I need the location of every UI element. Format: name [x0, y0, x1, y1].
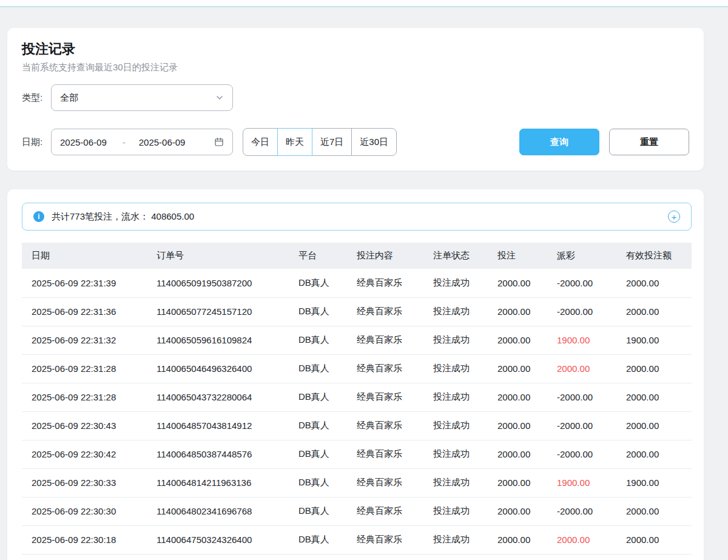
cell-date: 2025-06-09 22:31:28: [22, 354, 157, 383]
records-table-body: 2025-06-09 22:31:391140065091950387200DB…: [22, 269, 692, 554]
table-row: 2025-06-09 22:31:281140065043732280064DB…: [22, 383, 692, 411]
cell-order-no: 1140065091950387200: [157, 269, 298, 297]
quick-date-buttons: 今日昨天近7日近30日: [243, 128, 397, 156]
cell-order-no: 1140065043732280064: [157, 383, 298, 411]
cell-payout: 1900.00: [557, 326, 626, 354]
cell-platform: DB真人: [298, 440, 357, 468]
page-title: 投注记录: [22, 40, 689, 58]
cell-platform: DB真人: [298, 383, 357, 411]
cell-platform: DB真人: [298, 525, 357, 554]
quick-button-0[interactable]: 今日: [243, 128, 278, 156]
cell-payout: 2000.00: [557, 525, 626, 554]
type-label: 类型:: [22, 92, 51, 104]
column-header-0: 日期: [22, 243, 157, 269]
cell-bet-content: 经典百家乐: [357, 269, 433, 297]
cell-valid-bet: 2000.00: [626, 525, 692, 554]
summary-banner: i 共计773笔投注，流水： 408605.00 +: [22, 203, 692, 231]
cell-payout: -2000.00: [557, 269, 626, 297]
quick-button-2[interactable]: 近7日: [312, 128, 352, 156]
cell-bet-amount: 2000.00: [497, 354, 557, 383]
table-row: 2025-06-09 22:31:281140065046496326400DB…: [22, 354, 692, 383]
cell-payout: -2000.00: [557, 297, 626, 326]
cell-order-no: 1140065046496326400: [157, 354, 298, 383]
column-header-7: 有效投注额: [626, 243, 692, 269]
table-row: 2025-06-09 22:30:301140064802341696768DB…: [22, 497, 692, 525]
cell-order-no: 1140064814211963136: [157, 468, 298, 497]
cell-bet-amount: 2000.00: [497, 411, 557, 440]
cell-platform: DB真人: [298, 354, 357, 383]
quick-button-3[interactable]: 近30日: [351, 128, 397, 156]
cell-valid-bet: 1900.00: [626, 326, 692, 354]
cell-status: 投注成功: [433, 383, 497, 411]
cell-bet-amount: 2000.00: [497, 383, 557, 411]
search-button[interactable]: 查询: [519, 129, 599, 155]
cell-platform: DB真人: [298, 411, 357, 440]
info-icon: i: [33, 211, 44, 222]
cell-status: 投注成功: [433, 440, 497, 468]
cell-payout: -2000.00: [557, 383, 626, 411]
cell-valid-bet: 2000.00: [626, 269, 692, 297]
cell-platform: DB真人: [298, 497, 357, 525]
quick-button-1[interactable]: 昨天: [277, 128, 312, 156]
cell-bet-amount: 2000.00: [497, 468, 557, 497]
cell-valid-bet: 2000.00: [626, 383, 692, 411]
table-row: 2025-06-09 22:30:431140064857043814912DB…: [22, 411, 692, 440]
cell-valid-bet: 2000.00: [626, 411, 692, 440]
cell-status: 投注成功: [433, 497, 497, 525]
cell-platform: DB真人: [298, 326, 357, 354]
cell-platform: DB真人: [298, 269, 357, 297]
cell-date: 2025-06-09 22:30:42: [22, 440, 157, 468]
cell-date: 2025-06-09 22:30:43: [22, 411, 157, 440]
cell-valid-bet: 2000.00: [626, 440, 692, 468]
cell-valid-bet: 2000.00: [626, 497, 692, 525]
cell-status: 投注成功: [433, 297, 497, 326]
filter-actions: 查询 重置: [519, 129, 689, 155]
cell-bet-amount: 2000.00: [497, 525, 557, 554]
cell-date: 2025-06-09 22:30:18: [22, 525, 157, 554]
cell-date: 2025-06-09 22:30:33: [22, 468, 157, 497]
cell-status: 投注成功: [433, 326, 497, 354]
column-header-6: 派彩: [557, 243, 626, 269]
date-range-separator: -: [123, 137, 126, 147]
cell-bet-amount: 2000.00: [497, 326, 557, 354]
chevron-down-icon: [215, 93, 224, 102]
type-filter-row: 类型: 全部: [22, 84, 689, 111]
expand-plus-icon[interactable]: +: [668, 211, 680, 223]
cell-bet-content: 经典百家乐: [357, 440, 433, 468]
date-start-value: 2025-06-09: [60, 137, 107, 147]
calendar-icon: [214, 137, 224, 147]
table-row: 2025-06-09 22:30:421140064850387448576DB…: [22, 440, 692, 468]
cell-bet-amount: 2000.00: [497, 497, 557, 525]
type-select-value: 全部: [60, 92, 78, 104]
table-row: 2025-06-09 22:31:321140065059616109824DB…: [22, 326, 692, 354]
cell-bet-content: 经典百家乐: [357, 354, 433, 383]
column-header-2: 平台: [298, 243, 357, 269]
date-label: 日期:: [22, 137, 51, 148]
cell-valid-bet: 2000.00: [626, 297, 692, 326]
cell-order-no: 1140065077245157120: [157, 297, 298, 326]
table-row: 2025-06-09 22:31:361140065077245157120DB…: [22, 297, 692, 326]
cell-order-no: 1140064850387448576: [157, 440, 298, 468]
cell-bet-content: 经典百家乐: [357, 383, 433, 411]
column-header-5: 投注: [497, 243, 557, 269]
date-end-value: 2025-06-09: [139, 137, 186, 147]
cell-bet-content: 经典百家乐: [357, 497, 433, 525]
cell-order-no: 1140064857043814912: [157, 411, 298, 440]
records-table-header: 日期订单号平台投注内容注单状态投注派彩有效投注额: [22, 243, 692, 269]
cell-status: 投注成功: [433, 411, 497, 440]
table-row: 2025-06-09 22:31:391140065091950387200DB…: [22, 269, 692, 297]
column-header-1: 订单号: [157, 243, 298, 269]
cell-order-no: 1140064750324326400: [157, 525, 298, 554]
reset-button[interactable]: 重置: [609, 129, 689, 155]
cell-date: 2025-06-09 22:31:28: [22, 383, 157, 411]
summary-text: 共计773笔投注，流水： 408605.00: [52, 211, 194, 223]
date-range-picker[interactable]: 2025-06-09 - 2025-06-09: [51, 129, 233, 155]
cell-bet-amount: 2000.00: [497, 269, 557, 297]
top-divider: [0, 0, 728, 7]
table-row: 2025-06-09 22:30:181140064750324326400DB…: [22, 525, 692, 554]
cell-bet-content: 经典百家乐: [357, 468, 433, 497]
cell-platform: DB真人: [298, 297, 357, 326]
type-select[interactable]: 全部: [51, 84, 233, 111]
cell-date: 2025-06-09 22:31:32: [22, 326, 157, 354]
cell-status: 投注成功: [433, 269, 497, 297]
